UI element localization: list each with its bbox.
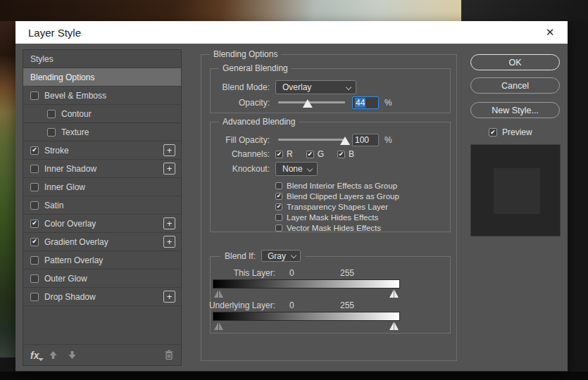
- option-checkbox[interactable]: ✔: [275, 182, 282, 189]
- effect-checkbox[interactable]: ✔: [30, 220, 39, 228]
- check-icon: ✔: [277, 194, 282, 199]
- check-icon: ✔: [32, 239, 37, 245]
- this-layer-black-thumb[interactable]: [214, 289, 223, 298]
- underlying-layer-labels: Underlying Layer: 0 255: [216, 300, 450, 310]
- move-effect-up-icon[interactable]: [49, 350, 58, 360]
- effect-checkbox[interactable]: ✔: [30, 256, 39, 265]
- sidebar-item-contour[interactable]: ✔ Contour: [23, 105, 181, 123]
- channel-r[interactable]: ✔ R: [275, 149, 293, 159]
- effect-checkbox[interactable]: ✔: [30, 91, 39, 100]
- fill-opacity-input[interactable]: 100: [352, 134, 379, 146]
- option-checkbox[interactable]: ✔: [275, 203, 282, 210]
- sidebar-item-bevel-emboss[interactable]: ✔ Bevel & Emboss: [23, 87, 181, 105]
- this-layer-min: 0: [289, 268, 294, 278]
- close-icon[interactable]: ✕: [542, 25, 558, 40]
- blend-if-legend: Blend If: Gray: [220, 250, 305, 262]
- add-effect-icon[interactable]: +: [163, 144, 175, 156]
- effect-checkbox[interactable]: ✔: [30, 274, 39, 283]
- blend-mode-row: Blend Mode: Overlay: [216, 80, 450, 94]
- preview-checkbox[interactable]: ✔: [489, 128, 497, 137]
- blend-if-mode-dropdown[interactable]: Gray: [261, 250, 301, 262]
- ok-button[interactable]: OK: [470, 54, 560, 70]
- option-vector-mask-hides[interactable]: ✔ Vector Mask Hides Effects: [275, 222, 450, 233]
- sidebar-item-inner-glow[interactable]: ✔ Inner Glow: [23, 178, 181, 196]
- sidebar-item-label: Outer Glow: [44, 274, 175, 284]
- action-column: OK Cancel New Style... ✔ Preview: [470, 54, 561, 236]
- dialog-titlebar[interactable]: Layer Style ✕: [15, 21, 568, 44]
- option-label: Layer Mask Hides Effects: [287, 213, 378, 222]
- sidebar-item-drop-shadow[interactable]: ✔ Drop Shadow +: [23, 288, 181, 306]
- add-effect-icon[interactable]: +: [163, 291, 175, 303]
- effect-checkbox[interactable]: ✔: [30, 201, 39, 210]
- channel-g-label: G: [318, 149, 324, 159]
- sidebar-item-color-overlay[interactable]: ✔ Color Overlay +: [23, 215, 181, 233]
- option-transparency-shapes[interactable]: ✔ Transparency Shapes Layer: [275, 201, 450, 212]
- option-checkbox[interactable]: ✔: [275, 224, 282, 232]
- channel-g[interactable]: ✔ G: [306, 149, 324, 159]
- sidebar-item-label: Stroke: [44, 146, 163, 156]
- sidebar-item-outer-glow[interactable]: ✔ Outer Glow: [23, 270, 181, 288]
- delete-effect-trash-icon[interactable]: [164, 350, 174, 360]
- underlying-layer-slider[interactable]: [213, 321, 400, 330]
- fx-menu-button[interactable]: fx: [30, 350, 39, 361]
- opacity-slider-thumb[interactable]: [303, 99, 313, 108]
- underlying-layer-white-thumb[interactable]: [389, 322, 399, 330]
- sidebar-item-texture[interactable]: ✔ Texture: [23, 123, 181, 141]
- style-preview-swatch: [470, 144, 561, 236]
- sidebar-item-label: Bevel & Emboss: [44, 91, 175, 101]
- sidebar-item-blending-options[interactable]: Blending Options: [23, 68, 181, 87]
- new-style-button[interactable]: New Style...: [470, 102, 560, 118]
- sidebar-item-pattern-overlay[interactable]: ✔ Pattern Overlay: [23, 251, 181, 270]
- move-effect-down-icon[interactable]: [68, 350, 77, 360]
- fill-opacity-slider-thumb[interactable]: [340, 137, 350, 145]
- blend-mode-value: Overlay: [282, 82, 338, 92]
- sidebar-item-styles[interactable]: Styles: [23, 50, 181, 68]
- effect-checkbox[interactable]: ✔: [30, 238, 39, 246]
- blend-mode-label: Blend Mode:: [216, 82, 270, 92]
- sidebar-item-label: Color Overlay: [44, 219, 163, 229]
- sidebar-item-inner-shadow[interactable]: ✔ Inner Shadow +: [23, 160, 181, 178]
- effect-checkbox[interactable]: ✔: [30, 293, 39, 301]
- option-layer-mask-hides[interactable]: ✔ Layer Mask Hides Effects: [275, 212, 450, 222]
- effect-checkbox[interactable]: ✔: [47, 128, 56, 137]
- sidebar-item-label: Drop Shadow: [44, 292, 163, 302]
- channel-b[interactable]: ✔ B: [337, 149, 354, 159]
- fill-opacity-slider[interactable]: [278, 134, 345, 146]
- dialog-title: Layer Style: [28, 27, 542, 39]
- add-effect-icon[interactable]: +: [163, 163, 175, 175]
- sidebar-item-gradient-overlay[interactable]: ✔ Gradient Overlay +: [23, 233, 181, 251]
- effect-checkbox[interactable]: ✔: [47, 110, 56, 118]
- dialog-body: Styles Blending Options ✔ Bevel & Emboss…: [15, 44, 568, 372]
- fill-opacity-slider-track: [278, 139, 345, 141]
- option-checkbox[interactable]: ✔: [275, 214, 282, 221]
- this-layer-white-thumb[interactable]: [389, 289, 399, 298]
- this-layer-label: This Layer:: [234, 268, 275, 278]
- this-layer-slider[interactable]: [213, 289, 400, 298]
- channel-b-label: B: [349, 149, 354, 159]
- option-blend-interior-effects[interactable]: ✔ Blend Interior Effects as Group: [275, 180, 450, 191]
- this-layer-gradient-bar: [213, 279, 400, 289]
- effect-checkbox[interactable]: ✔: [30, 183, 39, 191]
- cancel-button[interactable]: Cancel: [470, 77, 560, 94]
- advanced-options-list: ✔ Blend Interior Effects as Group ✔ Blen…: [275, 180, 450, 233]
- opacity-input[interactable]: 44: [352, 96, 379, 109]
- sidebar-item-label: Inner Shadow: [44, 164, 163, 174]
- underlying-layer-black-thumb[interactable]: [214, 322, 223, 330]
- channel-g-checkbox[interactable]: ✔: [306, 151, 314, 158]
- option-blend-clipped-layers[interactable]: ✔ Blend Clipped Layers as Group: [275, 191, 450, 201]
- option-checkbox[interactable]: ✔: [275, 193, 282, 200]
- channel-r-checkbox[interactable]: ✔: [275, 151, 283, 158]
- opacity-slider[interactable]: [278, 96, 345, 109]
- general-blending-group: General Blending Blend Mode: Overlay Opa…: [210, 68, 451, 113]
- add-effect-icon[interactable]: +: [163, 217, 175, 229]
- effect-checkbox[interactable]: ✔: [30, 146, 39, 155]
- channel-b-checkbox[interactable]: ✔: [337, 151, 345, 158]
- add-effect-icon[interactable]: +: [163, 236, 175, 248]
- sidebar-item-stroke[interactable]: ✔ Stroke +: [23, 141, 181, 160]
- preview-label: Preview: [502, 127, 532, 137]
- effect-checkbox[interactable]: ✔: [30, 165, 39, 173]
- knockout-dropdown[interactable]: None: [275, 162, 318, 176]
- blend-mode-dropdown[interactable]: Overlay: [275, 80, 356, 94]
- preview-toggle[interactable]: ✔ Preview: [470, 127, 561, 137]
- sidebar-item-satin[interactable]: ✔ Satin: [23, 196, 181, 215]
